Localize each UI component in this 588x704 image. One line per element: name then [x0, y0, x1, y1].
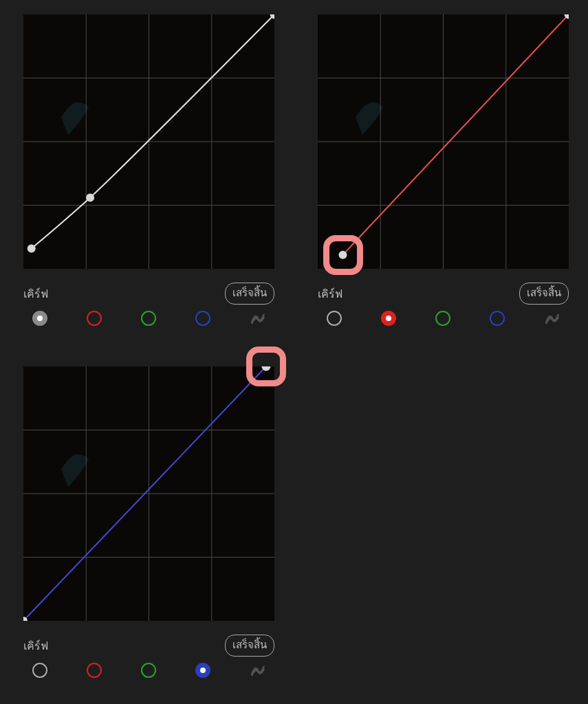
- channel-gray[interactable]: [327, 311, 342, 326]
- curve-editor[interactable]: [318, 14, 569, 269]
- curve-node[interactable]: [339, 251, 347, 259]
- gradient-icon[interactable]: [250, 662, 266, 679]
- channel-green[interactable]: [141, 311, 156, 326]
- channel-blue[interactable]: [490, 311, 505, 326]
- done-button[interactable]: เสร็จสิ้น: [225, 635, 274, 657]
- curve-label: เคิร์ฟ: [318, 285, 342, 302]
- curve-editor[interactable]: [23, 366, 274, 621]
- channel-green[interactable]: [141, 663, 156, 678]
- curve-node[interactable]: [86, 193, 94, 201]
- channel-blue[interactable]: [195, 311, 210, 326]
- done-button[interactable]: เสร็จสิ้น: [519, 283, 569, 305]
- channel-blue[interactable]: [195, 663, 210, 678]
- gradient-icon[interactable]: [250, 310, 266, 327]
- curve-editor[interactable]: [23, 14, 274, 269]
- curve-node[interactable]: [28, 244, 36, 252]
- curve-label: เคิร์ฟ: [23, 637, 48, 654]
- curve-panel-red: เคิร์ฟ เสร็จสิ้น: [301, 6, 582, 346]
- done-button[interactable]: เสร็จสิ้น: [225, 283, 274, 305]
- footer-row: เคิร์ฟ เสร็จสิ้น: [23, 635, 274, 657]
- gradient-icon[interactable]: [544, 310, 560, 327]
- svg-line-12: [343, 14, 569, 255]
- channel-gray[interactable]: [32, 311, 47, 326]
- channel-selector: [32, 662, 266, 679]
- footer-row: เคิร์ฟ เสร็จสิ้น: [318, 283, 569, 305]
- footer-row: เคิร์ฟ เสร็จสิ้น: [23, 283, 274, 305]
- channel-red[interactable]: [381, 311, 396, 326]
- panels-grid: เคิร์ฟ เสร็จสิ้น: [0, 0, 588, 704]
- channel-green[interactable]: [435, 311, 450, 326]
- empty-slot: [301, 358, 582, 698]
- channel-gray[interactable]: [32, 663, 47, 678]
- channel-selector: [327, 310, 560, 327]
- channel-red[interactable]: [87, 311, 102, 326]
- curve-panel-white: เคิร์ฟ เสร็จสิ้น: [6, 6, 288, 346]
- curve-label: เคิร์ฟ: [23, 285, 48, 302]
- channel-selector: [32, 310, 266, 327]
- channel-red[interactable]: [87, 663, 102, 678]
- curve-panel-blue: เคิร์ฟ เสร็จสิ้น: [6, 358, 288, 698]
